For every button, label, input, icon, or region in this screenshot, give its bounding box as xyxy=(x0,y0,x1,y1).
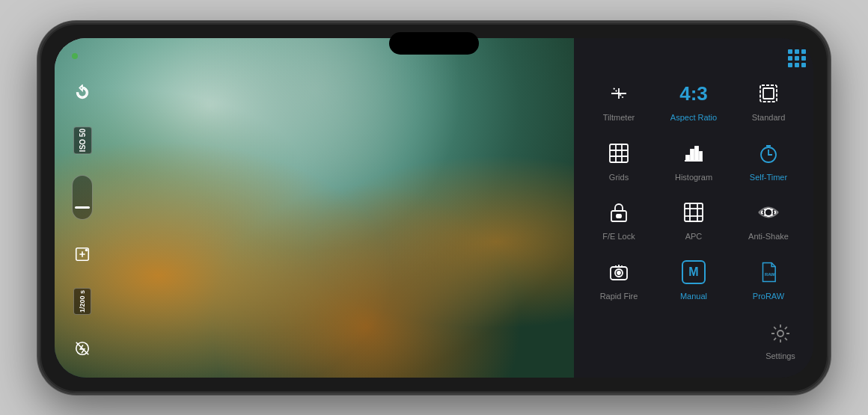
svg-rect-9 xyxy=(610,144,628,162)
anti-shake-icon xyxy=(754,197,783,227)
tiltmeter-icon xyxy=(604,79,634,108)
right-control-panel: Tiltmeter 4:3 Aspect Ratio xyxy=(574,38,813,378)
camera-background xyxy=(55,38,574,378)
grids-item[interactable]: Grids xyxy=(581,130,656,190)
settings-item[interactable]: Settings xyxy=(762,313,798,366)
self-timer-icon xyxy=(754,138,783,168)
proraw-icon: RAW xyxy=(754,257,783,287)
m-badge: M xyxy=(682,260,706,284)
svg-text:RAW: RAW xyxy=(765,272,775,277)
self-timer-label: Self-Timer xyxy=(750,173,787,182)
fe-lock-icon xyxy=(604,197,634,227)
scene-overlay xyxy=(55,38,574,378)
tiltmeter-item[interactable]: Tiltmeter xyxy=(581,71,656,131)
svg-rect-17 xyxy=(695,147,698,161)
grids-label: Grids xyxy=(609,173,629,182)
standard-item[interactable]: Standard xyxy=(731,71,806,131)
histogram-label: Histogram xyxy=(675,173,712,182)
camera-viewfinder[interactable]: ISO 50 1/200 s xyxy=(55,38,574,378)
anti-shake-item[interactable]: Anti-Shake xyxy=(731,190,806,250)
fe-lock-item[interactable]: F/E Lock xyxy=(581,190,656,250)
svg-point-33 xyxy=(777,331,783,336)
standard-label: Standard xyxy=(752,113,786,122)
rotate-icon[interactable] xyxy=(69,79,96,106)
settings-icon xyxy=(765,319,795,348)
settings-label: Settings xyxy=(765,351,795,360)
svg-point-1 xyxy=(85,248,88,251)
svg-rect-15 xyxy=(686,156,689,161)
svg-point-31 xyxy=(617,271,620,274)
manual-item[interactable]: M Manual xyxy=(656,249,731,309)
histogram-icon xyxy=(679,138,709,168)
rapid-fire-icon xyxy=(604,257,634,287)
proraw-label: ProRAW xyxy=(753,292,784,301)
svg-rect-16 xyxy=(691,150,694,161)
power-button[interactable] xyxy=(829,154,831,221)
phone-inner: ISO 50 1/200 s xyxy=(55,38,813,378)
fe-lock-label: F/E Lock xyxy=(602,232,635,241)
standard-icon xyxy=(754,79,783,108)
iso-badge[interactable]: ISO 50 xyxy=(73,126,92,154)
histogram-item[interactable]: Histogram xyxy=(656,130,731,190)
aspect-ratio-item[interactable]: 4:3 Aspect Ratio xyxy=(656,71,731,131)
camera-left-sidebar: ISO 50 1/200 s xyxy=(64,38,101,378)
svg-rect-18 xyxy=(700,152,702,161)
manual-label: Manual xyxy=(680,292,707,301)
volume-up-button[interactable] xyxy=(37,147,39,191)
rapid-fire-item[interactable]: Rapid Fire xyxy=(581,249,656,309)
feature-grid: Tiltmeter 4:3 Aspect Ratio xyxy=(581,71,806,309)
shutter-speed-badge[interactable]: 1/200 s xyxy=(73,288,91,315)
proraw-item[interactable]: RAW ProRAW xyxy=(731,249,806,309)
manual-icon: M xyxy=(679,257,709,287)
phone-frame: ISO 50 1/200 s xyxy=(37,21,831,395)
ev-icon[interactable] xyxy=(69,241,96,268)
mute-button[interactable] xyxy=(37,105,39,132)
self-timer-item[interactable]: Self-Timer xyxy=(731,130,806,190)
tiltmeter-label: Tiltmeter xyxy=(603,113,635,122)
svg-rect-8 xyxy=(763,88,774,99)
aspect-ratio-icon: 4:3 xyxy=(679,79,709,108)
aspect-ratio-label: Aspect Ratio xyxy=(670,113,717,122)
svg-rect-23 xyxy=(685,203,703,221)
exposure-slider[interactable] xyxy=(72,175,93,220)
grids-icon xyxy=(604,138,634,168)
apc-label: APC xyxy=(685,232,703,241)
apps-grid-icon[interactable] xyxy=(788,49,806,67)
rapid-fire-label: Rapid Fire xyxy=(600,292,638,301)
apc-icon xyxy=(679,197,709,227)
green-indicator-dot xyxy=(72,53,78,59)
dynamic-island xyxy=(389,32,479,55)
volume-down-button[interactable] xyxy=(37,201,39,246)
svg-rect-22 xyxy=(617,215,621,218)
flash-off-icon[interactable] xyxy=(69,335,96,362)
anti-shake-label: Anti-Shake xyxy=(748,232,789,241)
apc-item[interactable]: APC xyxy=(656,190,731,250)
